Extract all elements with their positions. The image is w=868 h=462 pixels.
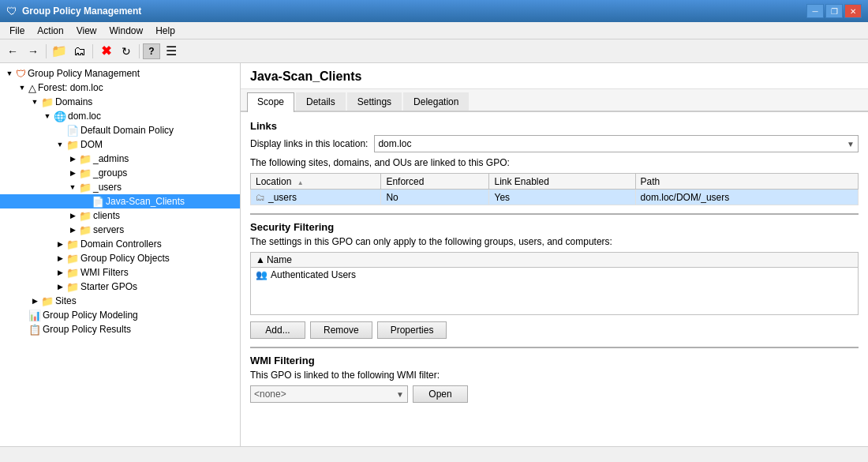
tab-scope[interactable]: Scope: [247, 92, 294, 112]
tree-item-wmi[interactable]: ▶ 📁 WMI Filters: [0, 265, 240, 280]
tab-details[interactable]: Details: [296, 92, 346, 111]
tab-content: Links Display links in this location: do…: [241, 112, 868, 411]
domloc-icon: 🌐: [54, 111, 66, 122]
col-location[interactable]: Location ▲: [251, 174, 381, 190]
tree-label-wmi: WMI Filters: [80, 267, 129, 278]
expand-users[interactable]: ▼: [66, 181, 79, 193]
gpm-icon: 🛡: [16, 68, 26, 80]
expand-domains[interactable]: ▼: [28, 96, 41, 108]
minimize-button[interactable]: ─: [806, 4, 824, 18]
expand-wmi[interactable]: ▶: [54, 266, 66, 279]
refresh-button[interactable]: ↻: [117, 43, 136, 60]
toolbar-sep-3: [139, 44, 140, 58]
expand-dc[interactable]: ▶: [54, 238, 66, 250]
expand-forest[interactable]: ▼: [16, 81, 28, 94]
tree-item-groups[interactable]: ▶ 📁 _groups: [0, 166, 240, 180]
gp-modeling-icon: 📊: [28, 310, 41, 321]
dropdown-value: dom.loc: [378, 138, 411, 149]
tree-label-clients: clients: [93, 210, 120, 221]
close-button[interactable]: ✕: [844, 4, 862, 18]
expand-dom[interactable]: ▼: [54, 138, 66, 151]
tree-item-starter[interactable]: ▶ 📁 Starter GPOs: [0, 280, 240, 294]
restore-button[interactable]: ❐: [825, 4, 843, 18]
delete-button[interactable]: ✖: [96, 43, 115, 60]
wmi-row: <none> ▼ Open: [250, 385, 859, 403]
default-domain-icon: 📄: [66, 125, 79, 137]
expand-domloc[interactable]: ▼: [41, 110, 54, 122]
tree-item-sites[interactable]: ▶ 📁 Sites: [0, 294, 240, 308]
expand-gpm[interactable]: ▼: [3, 67, 16, 80]
title-bar: 🛡 Group Policy Management ─ ❐ ✕: [0, 0, 868, 22]
menu-help[interactable]: Help: [149, 24, 181, 38]
cell-enforced: No: [381, 190, 489, 205]
expand-sites[interactable]: ▶: [28, 295, 41, 307]
tree-label-default-domain: Default Domain Policy: [80, 125, 174, 136]
tab-bar: Scope Details Settings Delegation: [241, 89, 868, 112]
section-divider-wmi: [250, 347, 859, 348]
toolbar-sep-1: [46, 44, 47, 58]
sort-location-icon: ▲: [297, 179, 304, 186]
security-col-sort: ▲: [256, 254, 265, 265]
remove-button[interactable]: Remove: [310, 321, 372, 339]
display-links-dropdown[interactable]: dom.loc ▼: [374, 135, 859, 152]
col-enforced[interactable]: Enforced: [381, 174, 489, 190]
tree-label-gp-modeling: Group Policy Modeling: [43, 310, 138, 321]
properties-button[interactable]: Properties: [377, 321, 447, 339]
forward-button[interactable]: →: [24, 43, 43, 60]
tree-item-domloc[interactable]: ▼ 🌐 dom.loc: [0, 109, 240, 123]
status-bar: [0, 446, 868, 462]
security-list-item[interactable]: 👥Authenticated Users: [251, 268, 858, 282]
expand-admins[interactable]: ▶: [66, 152, 79, 165]
title-bar-controls: ─ ❐ ✕: [806, 4, 862, 18]
dom-icon: 📁: [66, 139, 79, 151]
expand-gpo[interactable]: ▶: [54, 252, 66, 265]
view-button[interactable]: ☰: [162, 43, 181, 60]
wmi-icon: 📁: [66, 267, 79, 279]
expand-servers[interactable]: ▶: [66, 223, 79, 236]
menu-file[interactable]: File: [3, 24, 31, 38]
col-path[interactable]: Path: [635, 174, 858, 190]
tree-item-gp-modeling[interactable]: ▶ 📊 Group Policy Modeling: [0, 308, 240, 322]
tree-item-dc[interactable]: ▶ 📁 Domain Controllers: [0, 237, 240, 251]
tree-label-starter: Starter GPOs: [80, 281, 137, 292]
tab-settings[interactable]: Settings: [347, 92, 402, 111]
expand-clients[interactable]: ▶: [66, 209, 79, 222]
folder-button[interactable]: 📁: [50, 43, 69, 60]
wmi-open-button[interactable]: Open: [413, 385, 468, 403]
help-button[interactable]: ?: [143, 43, 160, 59]
tree-item-forest[interactable]: ▼ △ Forest: dom.loc: [0, 81, 240, 95]
right-panel: Java-Scan_Clients Scope Details Settings…: [241, 63, 868, 446]
app-icon: 🛡: [6, 5, 17, 17]
add-button[interactable]: Add...: [250, 321, 305, 339]
expand-starter[interactable]: ▶: [54, 280, 66, 293]
showhide-button[interactable]: 🗂: [70, 43, 89, 60]
expand-groups[interactable]: ▶: [66, 167, 79, 179]
tree-item-gpm[interactable]: ▼ 🛡 Group Policy Management: [0, 66, 240, 81]
col-link-enabled[interactable]: Link Enabled: [489, 174, 635, 190]
menu-view[interactable]: View: [70, 24, 103, 38]
tree-item-admins[interactable]: ▶ 📁 _admins: [0, 152, 240, 166]
tree-item-servers[interactable]: ▶ 📁 servers: [0, 223, 240, 237]
display-links-label: Display links in this location:: [250, 138, 368, 149]
tree-item-gp-results[interactable]: ▶ 📋 Group Policy Results: [0, 322, 240, 336]
tree-item-java-scan[interactable]: ▶ 📄 Java-Scan_Clients: [0, 194, 240, 208]
wmi-dropdown[interactable]: <none> ▼: [250, 385, 408, 403]
back-button[interactable]: ←: [3, 43, 22, 60]
links-display-row: Display links in this location: dom.loc …: [250, 135, 859, 152]
tree-item-domains[interactable]: ▼ 📁 Domains: [0, 95, 240, 109]
tree-item-gpo-folder[interactable]: ▶ 📁 Group Policy Objects: [0, 251, 240, 265]
tree-label-java-scan: Java-Scan_Clients: [106, 196, 185, 207]
tree-item-users[interactable]: ▼ 📁 _users: [0, 180, 240, 194]
tab-delegation[interactable]: Delegation: [403, 92, 469, 111]
tree-item-dom[interactable]: ▼ 📁 DOM: [0, 137, 240, 152]
tree-label-admins: _admins: [93, 153, 129, 164]
wmi-description: This GPO is linked to the following WMI …: [250, 370, 859, 381]
toolbar-sep-2: [92, 44, 93, 58]
tree-item-clients[interactable]: ▶ 📁 clients: [0, 208, 240, 223]
cell-link-enabled: Yes: [489, 190, 635, 205]
wmi-dropdown-arrow: ▼: [396, 390, 404, 399]
table-row[interactable]: 🗂_users No Yes dom.loc/DOM/_users: [251, 190, 859, 205]
tree-item-default-domain[interactable]: ▶ 📄 Default Domain Policy: [0, 123, 240, 137]
menu-action[interactable]: Action: [31, 24, 69, 38]
menu-window[interactable]: Window: [103, 24, 150, 38]
